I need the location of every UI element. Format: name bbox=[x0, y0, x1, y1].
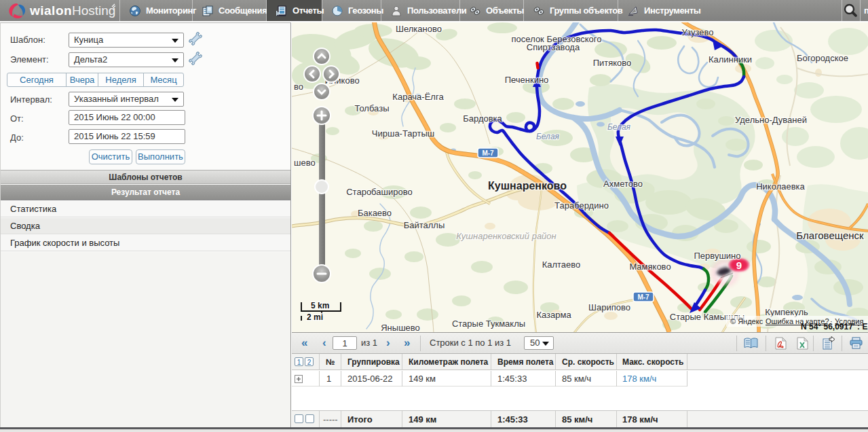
svg-text:Белая: Белая bbox=[536, 132, 560, 141]
svg-text:© Яндекс: © Яндекс bbox=[730, 317, 763, 325]
svg-text:Николаевка: Николаевка bbox=[756, 181, 805, 192]
svg-text:9: 9 bbox=[736, 259, 742, 271]
svg-text:Шелканово: Шелканово bbox=[396, 24, 442, 34]
svg-text:Тарабердино: Тарабердино bbox=[554, 200, 609, 211]
svg-text:Богородское: Богородское bbox=[797, 53, 848, 63]
svg-text:2 mi: 2 mi bbox=[307, 312, 323, 322]
svg-text:Печенкино: Печенкино bbox=[505, 75, 549, 85]
svg-text:Мамяково: Мамяково bbox=[629, 262, 671, 272]
svg-text:wialon: wialon bbox=[29, 3, 72, 18]
svg-text:Старые Тукмаклы: Старые Тукмаклы bbox=[452, 319, 525, 329]
svg-text:Калинники: Калинники bbox=[709, 54, 752, 65]
svg-text:Удельно-Дуваней: Удельно-Дуваней bbox=[735, 115, 807, 125]
svg-text:Шарипово: Шарипово bbox=[588, 302, 630, 312]
svg-text:Чирша-Тартыш: Чирша-Тартыш bbox=[372, 128, 434, 139]
svg-text:Калтаево: Калтаево bbox=[542, 259, 581, 270]
svg-text:Спиртзавода: Спиртзавода bbox=[527, 42, 580, 52]
svg-text:Узузево: Узузево bbox=[682, 27, 714, 37]
svg-text:Первушино: Первушино bbox=[694, 251, 740, 261]
svg-text:Благовещенск: Благовещенск bbox=[796, 230, 864, 241]
svg-text:N 54° 56,0917′ : E: N 54° 56,0917′ : E bbox=[801, 322, 867, 331]
svg-text:Питяково: Питяково bbox=[593, 58, 632, 68]
svg-text:Янышево: Янышево bbox=[381, 323, 420, 332]
svg-text:Карача-Ёлга: Карача-Ёлга bbox=[392, 92, 444, 102]
svg-text:М-7: М-7 bbox=[482, 149, 494, 157]
svg-text:Казарма: Казарма bbox=[536, 310, 571, 320]
svg-text:5 km: 5 km bbox=[311, 301, 329, 310]
svg-text:Байталлы: Байталлы bbox=[404, 220, 445, 230]
svg-text:Бардовка: Бардовка bbox=[463, 113, 502, 124]
svg-text:Hosting: Hosting bbox=[72, 3, 115, 18]
svg-text:Белая: Белая bbox=[607, 122, 631, 132]
svg-text:Кушнаренково: Кушнаренково bbox=[488, 180, 567, 192]
svg-text:Кумпекуль: Кумпекуль bbox=[765, 307, 808, 317]
svg-text:Ахметово: Ахметово bbox=[603, 179, 643, 189]
svg-text:Кушнаренковский район: Кушнаренковский район bbox=[456, 231, 556, 241]
svg-text:М-7: М-7 bbox=[637, 293, 649, 301]
